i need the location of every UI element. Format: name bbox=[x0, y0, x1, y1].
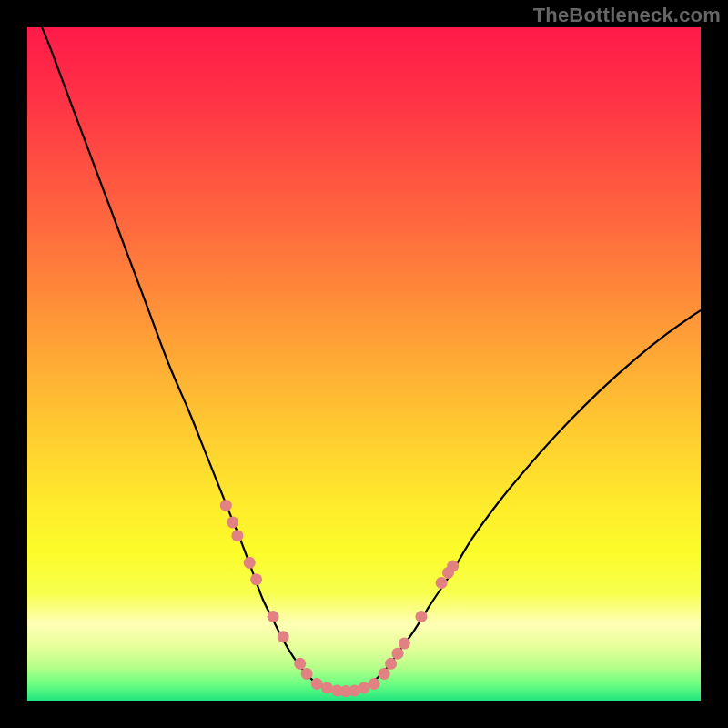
highlight-dot bbox=[321, 682, 333, 693]
highlight-dot bbox=[244, 557, 256, 569]
plot-area bbox=[27, 27, 701, 701]
highlight-dot bbox=[399, 638, 410, 650]
highlight-dot bbox=[227, 516, 238, 528]
highlight-dot bbox=[379, 668, 390, 680]
highlight-dot bbox=[359, 682, 370, 693]
highlight-dot bbox=[369, 678, 380, 690]
highlight-dot bbox=[250, 573, 262, 585]
bottleneck-curve bbox=[27, 27, 701, 692]
highlight-dot bbox=[231, 530, 243, 541]
watermark-text: TheBottleneck.com bbox=[533, 4, 721, 27]
highlight-dot bbox=[392, 648, 404, 660]
highlight-dot bbox=[447, 561, 459, 572]
highlight-dot bbox=[220, 500, 232, 511]
highlight-dot bbox=[294, 658, 306, 670]
highlight-dot bbox=[311, 678, 323, 690]
highlight-dot bbox=[268, 611, 279, 622]
curve-layer bbox=[27, 27, 701, 701]
highlight-dot bbox=[385, 658, 397, 670]
highlight-dot bbox=[436, 577, 448, 589]
highlight-dot bbox=[301, 668, 313, 680]
chart-stage: TheBottleneck.com bbox=[0, 0, 728, 728]
highlight-dot bbox=[415, 611, 427, 622]
highlight-dot bbox=[278, 631, 289, 642]
highlight-dots bbox=[220, 500, 459, 697]
